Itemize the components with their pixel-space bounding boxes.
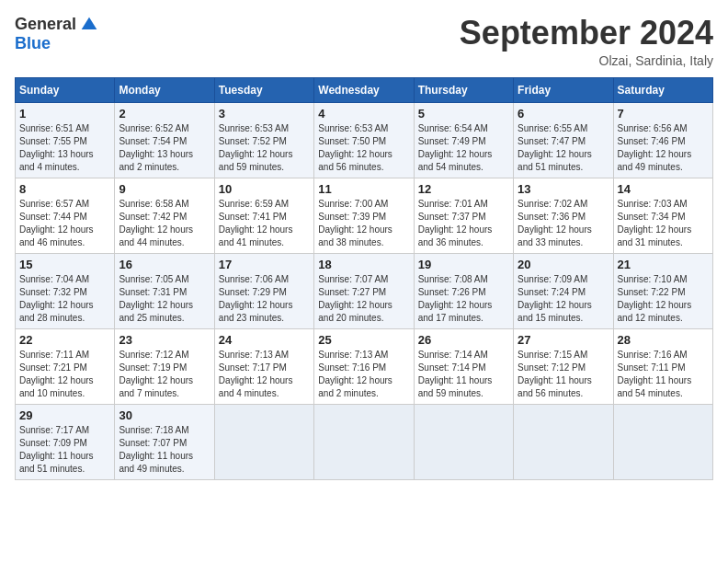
calendar-cell: 20Sunrise: 7:09 AMSunset: 7:24 PMDayligh… (514, 253, 613, 328)
day-number: 12 (418, 182, 509, 196)
day-number: 8 (19, 182, 110, 196)
day-number: 13 (518, 182, 609, 196)
day-info: Sunrise: 7:17 AMSunset: 7:09 PMDaylight:… (19, 424, 110, 476)
day-number: 25 (318, 333, 409, 347)
calendar-cell: 14Sunrise: 7:03 AMSunset: 7:34 PMDayligh… (613, 178, 712, 253)
header-friday: Friday (514, 77, 613, 102)
calendar-cell: 3Sunrise: 6:53 AMSunset: 7:52 PMDaylight… (214, 102, 313, 178)
calendar-week-row: 22Sunrise: 7:11 AMSunset: 7:21 PMDayligh… (16, 328, 713, 404)
day-info: Sunrise: 7:09 AMSunset: 7:24 PMDaylight:… (518, 273, 609, 325)
logo-blue-text: Blue (15, 34, 51, 53)
day-info: Sunrise: 7:05 AMSunset: 7:31 PMDaylight:… (119, 273, 210, 325)
day-number: 24 (219, 333, 310, 347)
day-number: 7 (618, 107, 709, 121)
header-sunday: Sunday (16, 77, 115, 102)
calendar-cell: 16Sunrise: 7:05 AMSunset: 7:31 PMDayligh… (115, 253, 214, 328)
day-info: Sunrise: 7:15 AMSunset: 7:12 PMDaylight:… (518, 349, 609, 400)
calendar-cell: 8Sunrise: 6:57 AMSunset: 7:44 PMDaylight… (16, 178, 115, 253)
calendar-week-row: 8Sunrise: 6:57 AMSunset: 7:44 PMDaylight… (16, 178, 713, 253)
day-info: Sunrise: 7:03 AMSunset: 7:34 PMDaylight:… (618, 198, 709, 249)
day-number: 30 (119, 408, 210, 422)
day-info: Sunrise: 6:59 AMSunset: 7:41 PMDaylight:… (219, 198, 310, 249)
calendar-cell: 19Sunrise: 7:08 AMSunset: 7:26 PMDayligh… (414, 253, 513, 328)
calendar-cell (314, 404, 414, 479)
day-number: 3 (219, 107, 310, 121)
calendar-cell: 12Sunrise: 7:01 AMSunset: 7:37 PMDayligh… (414, 178, 513, 253)
calendar-cell: 5Sunrise: 6:54 AMSunset: 7:49 PMDaylight… (414, 102, 513, 178)
calendar-cell: 9Sunrise: 6:58 AMSunset: 7:42 PMDaylight… (115, 178, 214, 253)
calendar-cell: 28Sunrise: 7:16 AMSunset: 7:11 PMDayligh… (613, 328, 712, 404)
calendar-week-row: 1Sunrise: 6:51 AMSunset: 7:55 PMDaylight… (16, 102, 713, 178)
day-number: 21 (618, 258, 709, 271)
calendar-cell: 29Sunrise: 7:17 AMSunset: 7:09 PMDayligh… (16, 404, 115, 479)
header-saturday: Saturday (613, 77, 712, 102)
svg-marker-0 (82, 17, 97, 29)
calendar-cell: 17Sunrise: 7:06 AMSunset: 7:29 PMDayligh… (214, 253, 313, 328)
day-number: 23 (119, 333, 210, 347)
day-number: 4 (318, 107, 409, 121)
day-info: Sunrise: 6:51 AMSunset: 7:55 PMDaylight:… (19, 122, 110, 174)
day-info: Sunrise: 6:56 AMSunset: 7:46 PMDaylight:… (618, 122, 709, 174)
calendar-cell: 21Sunrise: 7:10 AMSunset: 7:22 PMDayligh… (613, 253, 712, 328)
title-block: September 2024 Olzai, Sardinia, Italy (460, 15, 713, 68)
day-info: Sunrise: 7:14 AMSunset: 7:14 PMDaylight:… (418, 349, 509, 400)
day-number: 28 (618, 333, 709, 347)
calendar-cell: 2Sunrise: 6:52 AMSunset: 7:54 PMDaylight… (115, 102, 214, 178)
day-number: 18 (318, 258, 409, 271)
calendar-cell: 10Sunrise: 6:59 AMSunset: 7:41 PMDayligh… (214, 178, 313, 253)
day-number: 26 (418, 333, 509, 347)
day-number: 10 (219, 182, 310, 196)
header-wednesday: Wednesday (314, 77, 414, 102)
calendar-cell: 1Sunrise: 6:51 AMSunset: 7:55 PMDaylight… (16, 102, 115, 178)
day-number: 5 (418, 107, 509, 121)
day-number: 1 (19, 107, 110, 121)
calendar-week-row: 29Sunrise: 7:17 AMSunset: 7:09 PMDayligh… (16, 404, 713, 479)
calendar-cell: 22Sunrise: 7:11 AMSunset: 7:21 PMDayligh… (16, 328, 115, 404)
calendar-cell: 24Sunrise: 7:13 AMSunset: 7:17 PMDayligh… (214, 328, 313, 404)
day-info: Sunrise: 6:54 AMSunset: 7:49 PMDaylight:… (418, 122, 509, 174)
calendar-cell: 7Sunrise: 6:56 AMSunset: 7:46 PMDaylight… (613, 102, 712, 178)
day-number: 14 (618, 182, 709, 196)
calendar-cell: 11Sunrise: 7:00 AMSunset: 7:39 PMDayligh… (314, 178, 414, 253)
header-monday: Monday (115, 77, 214, 102)
day-number: 6 (518, 107, 609, 121)
logo-icon (80, 16, 98, 34)
day-number: 17 (219, 258, 310, 271)
calendar-cell (214, 404, 313, 479)
day-info: Sunrise: 7:07 AMSunset: 7:27 PMDaylight:… (318, 273, 409, 325)
calendar-cell: 4Sunrise: 6:53 AMSunset: 7:50 PMDaylight… (314, 102, 414, 178)
day-info: Sunrise: 7:12 AMSunset: 7:19 PMDaylight:… (119, 349, 210, 400)
calendar-cell: 27Sunrise: 7:15 AMSunset: 7:12 PMDayligh… (514, 328, 613, 404)
location-text: Olzai, Sardinia, Italy (460, 53, 713, 68)
day-info: Sunrise: 7:16 AMSunset: 7:11 PMDaylight:… (618, 349, 709, 400)
day-info: Sunrise: 6:55 AMSunset: 7:47 PMDaylight:… (518, 122, 609, 174)
calendar-cell: 30Sunrise: 7:18 AMSunset: 7:07 PMDayligh… (115, 404, 214, 479)
calendar-cell: 15Sunrise: 7:04 AMSunset: 7:32 PMDayligh… (16, 253, 115, 328)
day-info: Sunrise: 7:13 AMSunset: 7:17 PMDaylight:… (219, 349, 310, 400)
day-info: Sunrise: 7:04 AMSunset: 7:32 PMDaylight:… (19, 273, 110, 325)
day-number: 29 (19, 408, 110, 422)
day-number: 22 (19, 333, 110, 347)
day-number: 20 (518, 258, 609, 271)
calendar-cell (514, 404, 613, 479)
day-info: Sunrise: 7:18 AMSunset: 7:07 PMDaylight:… (119, 424, 210, 476)
calendar-header: Sunday Monday Tuesday Wednesday Thursday… (16, 77, 713, 102)
day-info: Sunrise: 7:01 AMSunset: 7:37 PMDaylight:… (418, 198, 509, 249)
day-info: Sunrise: 6:53 AMSunset: 7:50 PMDaylight:… (318, 122, 409, 174)
calendar-cell: 6Sunrise: 6:55 AMSunset: 7:47 PMDaylight… (514, 102, 613, 178)
calendar-cell: 18Sunrise: 7:07 AMSunset: 7:27 PMDayligh… (314, 253, 414, 328)
logo-general-text: General (15, 15, 76, 34)
day-info: Sunrise: 7:08 AMSunset: 7:26 PMDaylight:… (418, 273, 509, 325)
day-number: 15 (19, 258, 110, 271)
logo: General Blue (15, 15, 98, 53)
day-info: Sunrise: 7:02 AMSunset: 7:36 PMDaylight:… (518, 198, 609, 249)
day-info: Sunrise: 7:06 AMSunset: 7:29 PMDaylight:… (219, 273, 310, 325)
day-number: 16 (119, 258, 210, 271)
calendar-cell: 26Sunrise: 7:14 AMSunset: 7:14 PMDayligh… (414, 328, 513, 404)
day-info: Sunrise: 6:52 AMSunset: 7:54 PMDaylight:… (119, 122, 210, 174)
day-info: Sunrise: 6:57 AMSunset: 7:44 PMDaylight:… (19, 198, 110, 249)
calendar-cell: 23Sunrise: 7:12 AMSunset: 7:19 PMDayligh… (115, 328, 214, 404)
day-info: Sunrise: 7:11 AMSunset: 7:21 PMDaylight:… (19, 349, 110, 400)
calendar-body: 1Sunrise: 6:51 AMSunset: 7:55 PMDaylight… (16, 102, 713, 479)
day-info: Sunrise: 6:53 AMSunset: 7:52 PMDaylight:… (219, 122, 310, 174)
